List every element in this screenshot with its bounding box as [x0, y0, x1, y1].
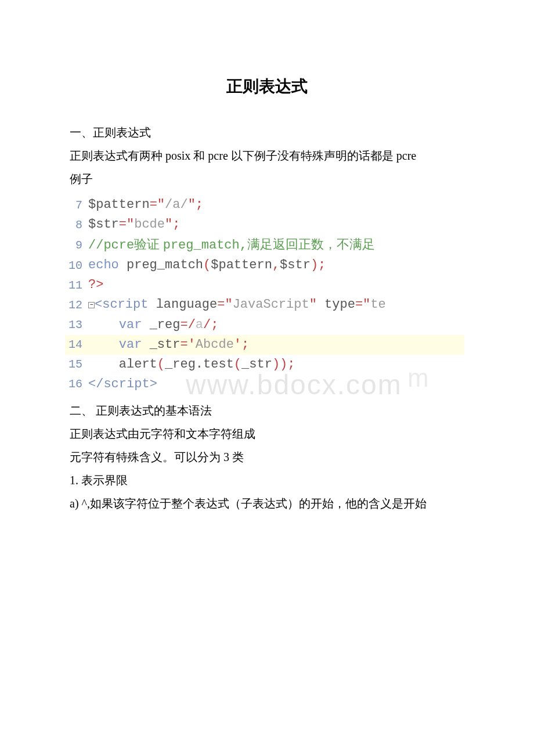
- line-number: 11: [65, 276, 88, 294]
- paragraph: a) ^,如果该字符位于整个表达式（子表达式）的开始，他的含义是开始: [70, 492, 464, 515]
- code-line: 7 $pattern="/a/";: [65, 195, 464, 215]
- code-content: var _str='Abcde';: [88, 335, 249, 355]
- code-content: var _reg=/a/;: [88, 315, 218, 335]
- code-line: 8 $str="bcde";: [65, 215, 464, 235]
- code-content: ?>: [88, 275, 103, 295]
- line-number: 7: [65, 196, 88, 214]
- code-line: 15 alert(_reg.test(_str));: [65, 355, 464, 375]
- paragraph: 元字符有特殊含义。可以分为 3 类: [70, 445, 464, 469]
- code-line: 16 </script>: [65, 375, 464, 394]
- paragraph: 二、 正则表达式的基本语法: [70, 399, 464, 422]
- code-line: 10 echo preg_match($pattern,$str);: [65, 255, 464, 275]
- code-line: 13 var _reg=/a/;: [65, 315, 464, 335]
- line-number: 15: [65, 355, 88, 373]
- code-content: alert(_reg.test(_str));: [88, 355, 295, 375]
- line-number: 16: [65, 375, 88, 393]
- code-block: 7 $pattern="/a/"; 8 $str="bcde"; 9 //pcr…: [65, 195, 464, 394]
- code-content: echo preg_match($pattern,$str);: [88, 255, 326, 275]
- paragraph: 一、正则表达式: [70, 121, 464, 144]
- body-text: 二、 正则表达式的基本语法 正则表达式由元字符和文本字符组成 元字符有特殊含义。…: [70, 399, 464, 515]
- page-title: 正则表达式: [70, 75, 464, 98]
- paragraph: 正则表达式有两种 posix 和 pcre 以下例子没有特殊声明的话都是 pcr…: [70, 144, 464, 167]
- code-line: 9 //pcre验证 preg_match,满足返回正数，不满足: [65, 235, 464, 255]
- code-line: 11 ?>: [65, 275, 464, 295]
- line-number: 13: [65, 316, 88, 334]
- line-number: 12: [65, 296, 88, 314]
- code-line-highlighted: 14 var _str='Abcde';: [65, 335, 464, 355]
- code-wrap: 7 $pattern="/a/"; 8 $str="bcde"; 9 //pcr…: [70, 195, 464, 394]
- code-content: </script>: [88, 375, 157, 394]
- line-number: 10: [65, 257, 88, 275]
- paragraph: 1. 表示界限: [70, 469, 464, 492]
- code-content: <script language="JavaScript" type="te: [95, 295, 386, 315]
- code-content: //pcre验证 preg_match,满足返回正数，不满足: [88, 235, 375, 255]
- code-content: $str="bcde";: [88, 215, 180, 235]
- document-page: 正则表达式 一、正则表达式 正则表达式有两种 posix 和 pcre 以下例子…: [0, 0, 534, 550]
- body-text: 一、正则表达式 正则表达式有两种 posix 和 pcre 以下例子没有特殊声明…: [70, 121, 464, 190]
- line-number: 8: [65, 216, 88, 234]
- paragraph: 例子: [70, 167, 464, 190]
- line-number: 14: [65, 336, 88, 354]
- code-content: $pattern="/a/";: [88, 195, 203, 215]
- line-number: 9: [65, 236, 88, 254]
- code-line: 12 − <script language="JavaScript" type=…: [65, 295, 464, 315]
- paragraph: 正则表达式由元字符和文本字符组成: [70, 422, 464, 445]
- fold-icon[interactable]: −: [88, 302, 95, 308]
